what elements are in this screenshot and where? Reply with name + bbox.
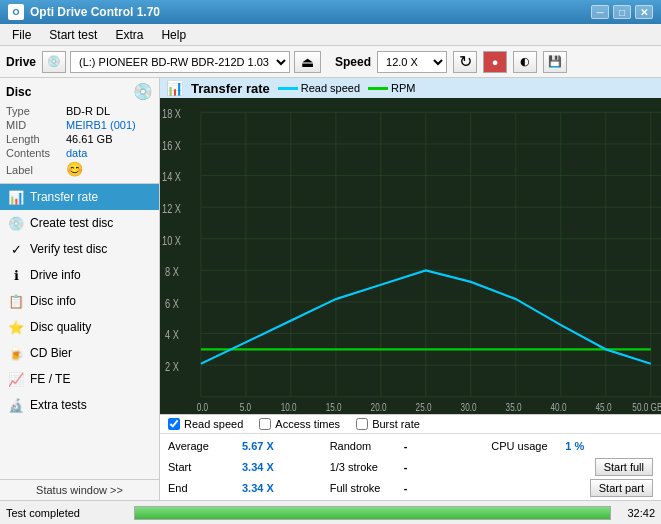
- stat-average: Average 5.67 X: [168, 436, 330, 456]
- cd-bier-icon: 🍺: [8, 345, 24, 361]
- nav-items: 📊 Transfer rate 💿 Create test disc ✓ Ver…: [0, 184, 159, 479]
- nav-cd-bier-label: CD Bier: [30, 346, 72, 360]
- status-time: 32:42: [627, 507, 655, 519]
- stat-end: End 3.34 X: [168, 478, 330, 498]
- burst-rate-checkbox-label: Burst rate: [372, 418, 420, 430]
- svg-text:45.0: 45.0: [596, 401, 612, 414]
- start-full-button[interactable]: Start full: [595, 458, 653, 476]
- drive-icon-btn[interactable]: 💿: [42, 51, 66, 73]
- save-button[interactable]: 💾: [543, 51, 567, 73]
- drive-label: Drive: [6, 55, 36, 69]
- mid-value: MEIRB1 (001): [66, 119, 136, 131]
- svg-text:15.0: 15.0: [326, 401, 342, 414]
- progress-bar-fill: [135, 507, 610, 519]
- stat-start-full-row: Start full: [491, 457, 653, 477]
- minimize-button[interactable]: ─: [591, 5, 609, 19]
- nav-disc-quality[interactable]: ⭐ Disc quality: [0, 314, 159, 340]
- end-value: 3.34 X: [242, 482, 274, 494]
- legend-read-speed: Read speed: [278, 82, 360, 94]
- nav-verify-test-disc[interactable]: ✓ Verify test disc: [0, 236, 159, 262]
- svg-text:20.0: 20.0: [371, 401, 387, 414]
- full-stroke-label: Full stroke: [330, 482, 400, 494]
- svg-text:14 X: 14 X: [162, 170, 181, 184]
- legend-rpm: RPM: [368, 82, 415, 94]
- nav-create-test-disc[interactable]: 💿 Create test disc: [0, 210, 159, 236]
- svg-text:6 X: 6 X: [165, 296, 179, 310]
- read-speed-checkbox[interactable]: [168, 418, 180, 430]
- start-value: 3.34 X: [242, 461, 274, 473]
- nav-verify-test-disc-label: Verify test disc: [30, 242, 107, 256]
- toolbar-btn-1[interactable]: ●: [483, 51, 507, 73]
- drive-select[interactable]: (L:) PIONEER BD-RW BDR-212D 1.03: [70, 51, 290, 73]
- app-title: Opti Drive Control 1.70: [30, 5, 160, 19]
- disc-info-icon: 📋: [8, 293, 24, 309]
- eject-button[interactable]: ⏏: [294, 51, 321, 73]
- menu-extra[interactable]: Extra: [107, 26, 151, 44]
- nav-extra-tests[interactable]: 🔬 Extra tests: [0, 392, 159, 418]
- access-times-checkbox[interactable]: [259, 418, 271, 430]
- menu-start-test[interactable]: Start test: [41, 26, 105, 44]
- disc-section: Disc 💿 Type BD-R DL MID MEIRB1 (001) Len…: [0, 78, 159, 184]
- toolbar-btn-2[interactable]: ◐: [513, 51, 537, 73]
- title-bar: O Opti Drive Control 1.70 ─ □ ✕: [0, 0, 661, 24]
- fe-te-icon: 📈: [8, 371, 24, 387]
- label-value: 😊: [66, 161, 83, 177]
- start-part-button[interactable]: Start part: [590, 479, 653, 497]
- access-times-checkbox-label: Access times: [275, 418, 340, 430]
- menu-file[interactable]: File: [4, 26, 39, 44]
- verify-test-disc-icon: ✓: [8, 241, 24, 257]
- svg-text:25.0: 25.0: [416, 401, 432, 414]
- contents-label: Contents: [6, 147, 66, 159]
- nav-create-test-disc-label: Create test disc: [30, 216, 113, 230]
- checkbox-burst-rate[interactable]: Burst rate: [356, 418, 420, 430]
- random-label: Random: [330, 440, 400, 452]
- extra-tests-icon: 🔬: [8, 397, 24, 413]
- refresh-button[interactable]: ↻: [453, 51, 477, 73]
- stats-table: Average 5.67 X Start 3.34 X End 3.34 X R…: [160, 433, 661, 500]
- stat-start-part-row: Start part: [491, 478, 653, 498]
- nav-disc-info[interactable]: 📋 Disc info: [0, 288, 159, 314]
- type-label: Type: [6, 105, 66, 117]
- nav-transfer-rate[interactable]: 📊 Transfer rate: [0, 184, 159, 210]
- nav-disc-info-label: Disc info: [30, 294, 76, 308]
- stat-random: Random -: [330, 436, 492, 456]
- nav-transfer-rate-label: Transfer rate: [30, 190, 98, 204]
- svg-text:18 X: 18 X: [162, 107, 181, 121]
- nav-fe-te[interactable]: 📈 FE / TE: [0, 366, 159, 392]
- close-button[interactable]: ✕: [635, 5, 653, 19]
- one-third-stroke-label: 1/3 stroke: [330, 461, 400, 473]
- stat-cpu-usage: CPU usage 1 %: [491, 436, 653, 456]
- one-third-stroke-value: -: [404, 461, 408, 473]
- svg-text:10 X: 10 X: [162, 233, 181, 247]
- nav-cd-bier[interactable]: 🍺 CD Bier: [0, 340, 159, 366]
- speed-select[interactable]: 12.0 X 4.0 X 6.0 X 8.0 X: [377, 51, 447, 73]
- svg-text:30.0: 30.0: [461, 401, 477, 414]
- svg-rect-0: [160, 98, 661, 414]
- svg-text:2 X: 2 X: [165, 359, 179, 373]
- status-window-button[interactable]: Status window >>: [0, 479, 159, 500]
- nav-drive-info-label: Drive info: [30, 268, 81, 282]
- checkbox-access-times[interactable]: Access times: [259, 418, 340, 430]
- label-label: Label: [6, 164, 66, 176]
- stat-start: Start 3.34 X: [168, 457, 330, 477]
- length-label: Length: [6, 133, 66, 145]
- stat-one-third-stroke: 1/3 stroke -: [330, 457, 492, 477]
- progress-bar-container: [134, 506, 611, 520]
- nav-disc-quality-label: Disc quality: [30, 320, 91, 334]
- random-value: -: [404, 440, 408, 452]
- contents-value: data: [66, 147, 87, 159]
- legend-rpm-label: RPM: [391, 82, 415, 94]
- disc-icon: 💿: [133, 82, 153, 101]
- status-text: Test completed: [6, 507, 126, 519]
- read-speed-checkbox-label: Read speed: [184, 418, 243, 430]
- svg-text:40.0: 40.0: [551, 401, 567, 414]
- menu-help[interactable]: Help: [153, 26, 194, 44]
- legend-read-speed-color: [278, 87, 298, 90]
- checkbox-read-speed[interactable]: Read speed: [168, 418, 243, 430]
- full-stroke-value: -: [404, 482, 408, 494]
- disc-quality-icon: ⭐: [8, 319, 24, 335]
- burst-rate-checkbox[interactable]: [356, 418, 368, 430]
- stat-full-stroke: Full stroke -: [330, 478, 492, 498]
- nav-drive-info[interactable]: ℹ Drive info: [0, 262, 159, 288]
- maximize-button[interactable]: □: [613, 5, 631, 19]
